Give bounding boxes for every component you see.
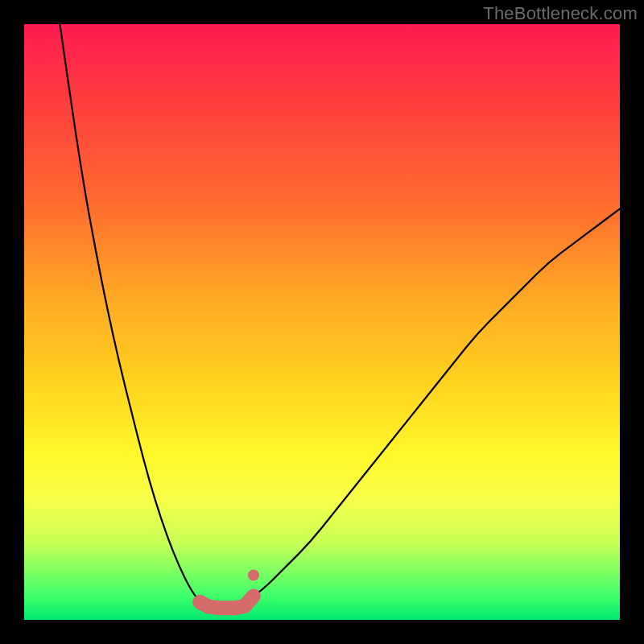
bottom-marker-band — [200, 596, 254, 608]
chart-svg — [24, 24, 620, 620]
right-curve — [254, 208, 620, 596]
plot-area — [24, 24, 620, 620]
left-curve — [60, 24, 200, 602]
watermark-text: TheBottleneck.com — [483, 3, 638, 24]
marker-dot — [248, 570, 259, 581]
chart-frame: TheBottleneck.com — [0, 0, 644, 644]
